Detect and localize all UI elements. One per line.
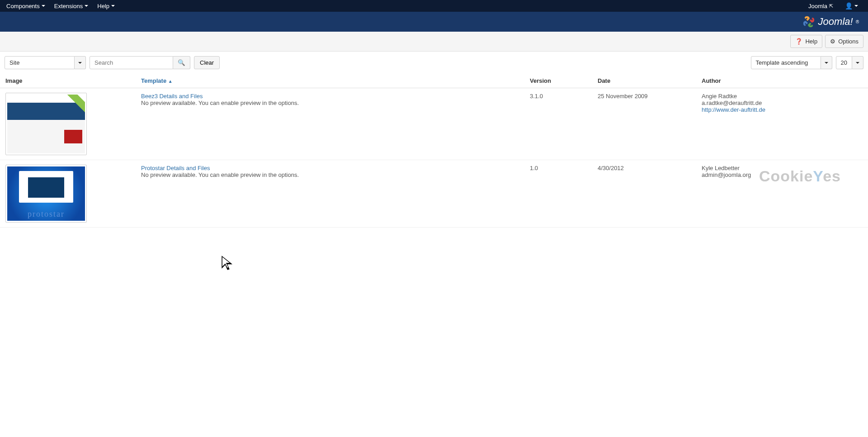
table-row: protostarProtostar Details and FilesNo p… — [0, 160, 868, 228]
nav-extensions[interactable]: Extensions — [50, 1, 93, 11]
help-label: Help — [805, 38, 817, 45]
search-group: 🔍 — [90, 56, 190, 69]
search-button[interactable]: 🔍 — [173, 56, 190, 69]
nav-help[interactable]: Help — [93, 1, 119, 11]
joomla-logo: Joomla!® — [802, 15, 859, 28]
filters-right: Template ascending 20 — [751, 56, 863, 69]
limit-dropdown[interactable]: 20 — [836, 56, 863, 69]
header: Joomla!® — [0, 12, 868, 32]
cell-author: Kyle Ledbetteradmin@joomla.org — [696, 160, 868, 228]
col-template[interactable]: Template ▲ — [136, 74, 524, 88]
col-image[interactable]: Image — [0, 74, 136, 88]
external-link-icon: ⇱ — [829, 3, 833, 9]
nav-label: Extensions — [54, 3, 83, 10]
col-template-label: Template — [141, 77, 166, 84]
table-header-row: Image Template ▲ Version Date Author — [0, 74, 868, 88]
sort-caret[interactable] — [821, 56, 832, 69]
cell-date: 25 November 2009 — [592, 88, 696, 160]
clear-button[interactable]: Clear — [194, 56, 220, 69]
top-nav-left: Components Extensions Help — [2, 1, 119, 11]
client-filter-label: Site — [5, 56, 75, 69]
template-thumbnail[interactable] — [5, 93, 87, 155]
options-label: Options — [838, 38, 859, 45]
author-email: admin@joomla.org — [702, 171, 863, 178]
author-name: Kyle Ledbetter — [702, 165, 863, 171]
filters-bar: Site 🔍 Clear Template ascending 20 — [0, 52, 868, 74]
author-url[interactable]: http://www.der-auftritt.de — [702, 106, 765, 113]
templates-table: Image Template ▲ Version Date Author Bee… — [0, 74, 868, 228]
gear-icon: ⚙ — [830, 38, 835, 45]
chevron-down-icon — [854, 5, 858, 7]
template-link[interactable]: Protostar Details and Files — [141, 165, 210, 171]
cell-version: 1.0 — [524, 160, 592, 228]
cell-image: protostar — [0, 160, 136, 228]
author-name: Angie Radtke — [702, 93, 863, 100]
cell-template: Beez3 Details and FilesNo preview availa… — [136, 88, 524, 160]
help-icon: ❓ — [795, 38, 802, 45]
template-desc: No preview available. You can enable pre… — [141, 100, 519, 106]
table-row: Beez3 Details and FilesNo preview availa… — [0, 88, 868, 160]
search-input[interactable] — [90, 56, 173, 69]
toolbar: ❓ Help ⚙ Options — [0, 32, 868, 52]
site-link-label: Joomla — [808, 3, 827, 10]
chevron-down-icon — [111, 5, 115, 7]
chevron-down-icon — [856, 62, 859, 64]
cell-author: Angie Radtkea.radtke@derauftritt.dehttp:… — [696, 88, 868, 160]
top-nav-right: Joomla ⇱ 👤 — [804, 0, 866, 11]
client-filter-caret[interactable] — [75, 56, 86, 69]
client-filter[interactable]: Site — [5, 56, 86, 69]
limit-label: 20 — [836, 56, 852, 69]
template-thumbnail[interactable]: protostar — [5, 165, 87, 223]
chevron-down-icon — [85, 5, 88, 7]
top-nav: Components Extensions Help Joomla ⇱ 👤 — [0, 0, 868, 12]
cell-image — [0, 88, 136, 160]
user-icon: 👤 — [845, 2, 853, 10]
limit-caret[interactable] — [852, 56, 863, 69]
options-button[interactable]: ⚙ Options — [825, 35, 863, 48]
nav-label: Help — [97, 3, 109, 10]
chevron-down-icon — [78, 62, 82, 64]
joomla-logo-icon — [802, 15, 816, 28]
nav-components[interactable]: Components — [2, 1, 50, 11]
col-version[interactable]: Version — [524, 74, 592, 88]
template-desc: No preview available. You can enable pre… — [141, 171, 519, 178]
sort-label: Template ascending — [751, 56, 821, 69]
help-button[interactable]: ❓ Help — [790, 35, 822, 48]
sort-dropdown[interactable]: Template ascending — [751, 56, 832, 69]
brand-text: Joomla! — [818, 16, 853, 28]
cell-version: 3.1.0 — [524, 88, 592, 160]
nav-label: Components — [6, 3, 40, 10]
chevron-down-icon — [42, 5, 45, 7]
site-link[interactable]: Joomla ⇱ — [804, 1, 838, 11]
chevron-down-icon — [825, 62, 828, 64]
sort-asc-icon: ▲ — [168, 79, 173, 84]
cell-date: 4/30/2012 — [592, 160, 696, 228]
author-email: a.radtke@derauftritt.de — [702, 100, 863, 106]
col-date[interactable]: Date — [592, 74, 696, 88]
user-menu[interactable]: 👤 — [840, 0, 863, 11]
cell-template: Protostar Details and FilesNo preview av… — [136, 160, 524, 228]
col-author[interactable]: Author — [696, 74, 868, 88]
template-link[interactable]: Beez3 Details and Files — [141, 93, 203, 100]
search-icon: 🔍 — [178, 59, 185, 66]
